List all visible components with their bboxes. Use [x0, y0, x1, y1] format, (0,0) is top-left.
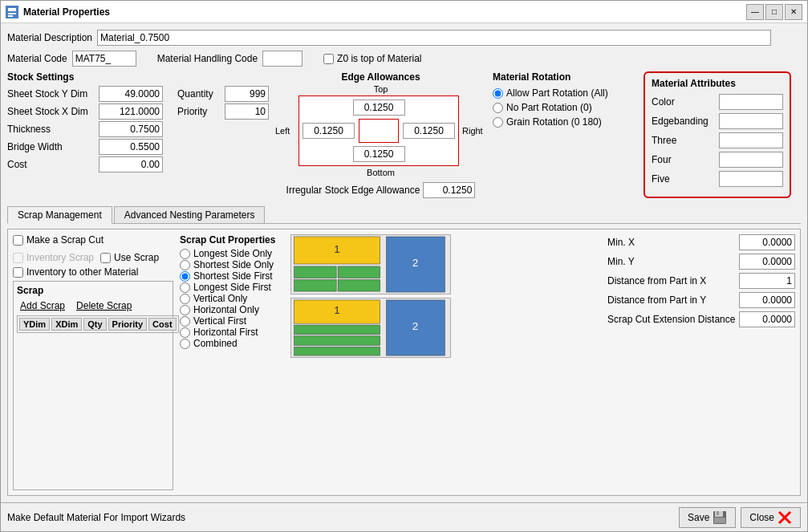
use-scrap-checkbox[interactable]: [100, 253, 111, 263]
make-scrap-cut-label: Make a Scrap Cut: [26, 234, 104, 246]
material-desc-label: Material Description: [7, 32, 92, 43]
edgebanding-label: Edgebanding: [652, 116, 716, 127]
inventory-other-checkbox[interactable]: [13, 267, 23, 278]
edgebanding-input[interactable]: [719, 113, 783, 129]
save-button[interactable]: Save: [679, 507, 736, 528]
main-window: Material Properties — □ ✕ Material Descr…: [0, 0, 808, 532]
quantity-row: Quantity: [177, 86, 269, 102]
scrap-ext-row: Scrap Cut Extension Distance: [607, 311, 795, 327]
material-code-input[interactable]: [72, 51, 136, 67]
col-qty: Qty: [83, 318, 106, 331]
scrap-cut-radio-shortest_side_first[interactable]: [180, 271, 190, 282]
irregular-input[interactable]: [423, 182, 475, 198]
scrap-cut-option-horizontal_first: Horizontal First: [180, 327, 284, 338]
sheet-x-row: Sheet Stock X Dim: [7, 104, 163, 120]
stock-settings-label: Stock Settings: [7, 71, 269, 83]
scrap-ext-input[interactable]: [739, 311, 795, 327]
scrap-cut-radio-combined[interactable]: [180, 339, 190, 349]
color-input[interactable]: [719, 94, 783, 110]
use-scrap-label: Use Scrap: [114, 252, 159, 263]
scrap-action-buttons: Add Scrap Delete Scrap: [17, 299, 169, 312]
close-icon: [778, 510, 792, 525]
bridge-width-input[interactable]: [99, 139, 163, 155]
scrap-cut-label-shortest_side_first: Shortest Side First: [193, 270, 273, 282]
rotation-option3-label: Grain Rotation (0 180): [506, 116, 602, 128]
edge-left-input[interactable]: [302, 123, 355, 139]
col-xdim: XDim: [51, 318, 82, 331]
five-input[interactable]: [719, 171, 783, 187]
scrap-cut-radio-vertical_only[interactable]: [180, 294, 190, 304]
four-input[interactable]: [719, 152, 783, 168]
scrap-cut-radio-longest_side[interactable]: [180, 249, 190, 259]
sheet-x-input[interactable]: [99, 104, 163, 120]
priority-input[interactable]: [225, 104, 269, 120]
rotation-group-label: Material Rotation: [493, 71, 637, 83]
svg-text:2: 2: [412, 257, 419, 269]
edge-top-input[interactable]: [353, 99, 405, 116]
delete-scrap-button[interactable]: Delete Scrap: [73, 299, 135, 312]
dist-y-input[interactable]: [739, 292, 795, 308]
scrap-cut-options: Longest Side OnlyShortest Side OnlyShort…: [180, 248, 284, 349]
rotation-option2-radio[interactable]: [493, 103, 503, 113]
sheet-y-input[interactable]: [99, 86, 163, 102]
scrap-cut-radio-horizontal_only[interactable]: [180, 305, 190, 315]
save-label: Save: [688, 512, 709, 523]
edge-right-label: Right: [462, 126, 486, 136]
three-input[interactable]: [719, 132, 783, 148]
rotation-option1-radio[interactable]: [493, 88, 503, 99]
min-y-label: Min. Y: [607, 256, 736, 267]
quantity-input[interactable]: [225, 86, 269, 102]
close-button[interactable]: Close: [741, 507, 801, 528]
viz-top-svg: 1 2: [291, 235, 450, 294]
svg-rect-22: [714, 518, 725, 523]
window-controls: — □ ✕: [746, 4, 802, 20]
close-window-button[interactable]: ✕: [785, 4, 802, 20]
handling-code-label: Material Handling Code: [157, 53, 258, 64]
tab-advanced-nesting[interactable]: Advanced Nesting Parameters: [114, 206, 266, 223]
rotation-option3-radio[interactable]: [493, 117, 503, 128]
cost-input[interactable]: [99, 156, 163, 173]
scrap-cut-radio-longest_side_first[interactable]: [180, 282, 190, 293]
bottom-bar: Make Default Material For Import Wizards…: [1, 502, 807, 531]
rotation-option1-label: Allow Part Rotation (All): [506, 87, 608, 99]
material-rotation-panel: Material Rotation Allow Part Rotation (A…: [493, 71, 637, 198]
svg-text:2: 2: [412, 320, 419, 332]
dist-y-row: Distance from Part in Y: [607, 292, 795, 308]
rotation-option2-row: No Part Rotation (0): [493, 102, 637, 113]
five-label: Five: [652, 173, 716, 185]
edge-right-input[interactable]: [403, 123, 455, 139]
close-label: Close: [749, 512, 774, 523]
dist-x-input[interactable]: [739, 273, 795, 289]
inventory-other-label: Inventory to other Material: [26, 266, 138, 278]
material-desc-input[interactable]: [97, 30, 771, 46]
svg-rect-10: [338, 266, 380, 278]
rotation-option2-label: No Part Rotation (0): [506, 102, 592, 113]
tab-scrap-management[interactable]: Scrap Management: [7, 206, 112, 224]
make-scrap-cut-checkbox[interactable]: [13, 235, 23, 246]
scrap-cut-radio-shortest_side[interactable]: [180, 260, 190, 270]
handling-code-input[interactable]: [262, 51, 302, 67]
make-scrap-cut-row: Make a Scrap Cut: [13, 234, 104, 246]
action-buttons: Save Close: [679, 507, 801, 528]
thickness-input[interactable]: [99, 121, 163, 137]
scrap-cut-radio-vertical_first[interactable]: [180, 316, 190, 327]
scrap-management-content: Make a Scrap Cut Inventory Scrap Use Scr…: [7, 229, 801, 496]
z0-checkbox[interactable]: [323, 54, 334, 64]
svg-rect-16: [294, 325, 380, 335]
minimize-button[interactable]: —: [746, 4, 764, 20]
four-row: Four: [652, 152, 783, 168]
scrap-cut-option-vertical_only: Vertical Only: [180, 293, 284, 304]
cost-row: Cost: [7, 156, 163, 173]
min-y-input[interactable]: [739, 254, 795, 270]
scrap-cut-radio-horizontal_first[interactable]: [180, 327, 190, 338]
sheet-y-label: Sheet Stock Y Dim: [7, 88, 95, 99]
scrap-cut-option-shortest_side: Shortest Side Only: [180, 259, 284, 270]
cost-label: Cost: [7, 159, 95, 170]
add-scrap-button[interactable]: Add Scrap: [17, 299, 68, 312]
scrap-cut-option-combined: Combined: [180, 338, 284, 349]
min-x-input[interactable]: [739, 234, 795, 250]
inventory-scrap-checkbox[interactable]: [13, 253, 23, 263]
maximize-button[interactable]: □: [765, 4, 783, 20]
window-content: Material Description Material Code Mater…: [1, 23, 807, 502]
edge-bottom-input[interactable]: [353, 146, 405, 162]
